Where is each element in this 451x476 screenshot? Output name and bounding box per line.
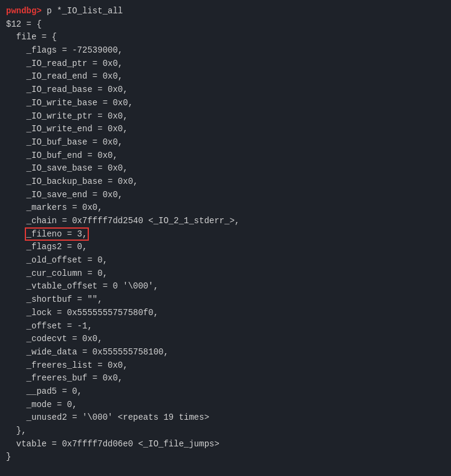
output-line-20: _cur_column = 0, — [6, 267, 445, 281]
output-line-29: __pad5 = 0, — [6, 385, 445, 399]
output-line-18: _flags2 = 0, — [6, 241, 445, 254]
output-line-32: }, — [6, 425, 445, 438]
output-line-27: _freeres_list = 0x0, — [6, 359, 445, 373]
output-line-8: _IO_write_ptr = 0x0, — [6, 110, 445, 123]
output-line-4: _IO_read_ptr = 0x0, — [6, 57, 445, 71]
output-line-33: vtable = 0x7ffff7dd06e0 <_IO_file_jumps> — [6, 438, 445, 451]
output-line-17-highlighted: _fileno = 3, — [6, 228, 445, 241]
output-line-21: _vtable_offset = 0 '\000', — [6, 280, 445, 293]
output-line-15: _markers = 0x0, — [6, 201, 445, 215]
fileno-highlight: _fileno = 3, — [27, 229, 88, 239]
output-line-31: _unused2 = '\000' <repeats 19 times> — [6, 411, 445, 425]
output-line-7: _IO_write_base = 0x0, — [6, 97, 445, 110]
output-line-19: _old_offset = 0, — [6, 254, 445, 267]
output-line-30: _mode = 0, — [6, 399, 445, 412]
output-line-9: _IO_write_end = 0x0, — [6, 123, 445, 136]
output-line-6: _IO_read_base = 0x0, — [6, 83, 445, 97]
terminal: pwndbg> p *_IO_list_all $12 = { file = {… — [0, 0, 451, 476]
output-line-25: _codecvt = 0x0, — [6, 333, 445, 346]
output-line-12: _IO_save_base = 0x0, — [6, 162, 445, 175]
output-line-26: _wide_data = 0x555555758100, — [6, 346, 445, 359]
output-line-28: _freeres_buf = 0x0, — [6, 372, 445, 385]
output-line-16: _chain = 0x7ffff7dd2540 <_IO_2_1_stderr_… — [6, 215, 445, 228]
prompt-line: pwndbg> p *_IO_list_all — [6, 5, 445, 18]
output-line-24: _offset = -1, — [6, 320, 445, 333]
output-line-11: _IO_buf_end = 0x0, — [6, 149, 445, 163]
output-line-23: _lock = 0x5555555757580f0, — [6, 307, 445, 320]
command: p *_IO_list_all — [42, 6, 123, 16]
output-line-14: _IO_save_end = 0x0, — [6, 189, 445, 202]
output-line-3: _flags = -72539000, — [6, 44, 445, 57]
output-line-10: _IO_buf_base = 0x0, — [6, 136, 445, 149]
output-line-5: _IO_read_end = 0x0, — [6, 70, 445, 83]
output-line-2: file = { — [6, 31, 445, 44]
output-line-1: $12 = { — [6, 18, 445, 31]
output-line-34: } — [6, 451, 445, 464]
output-line-22: _shortbuf = "", — [6, 293, 445, 307]
output-line-13: _IO_backup_base = 0x0, — [6, 175, 445, 189]
prompt: pwndbg> — [6, 6, 42, 16]
